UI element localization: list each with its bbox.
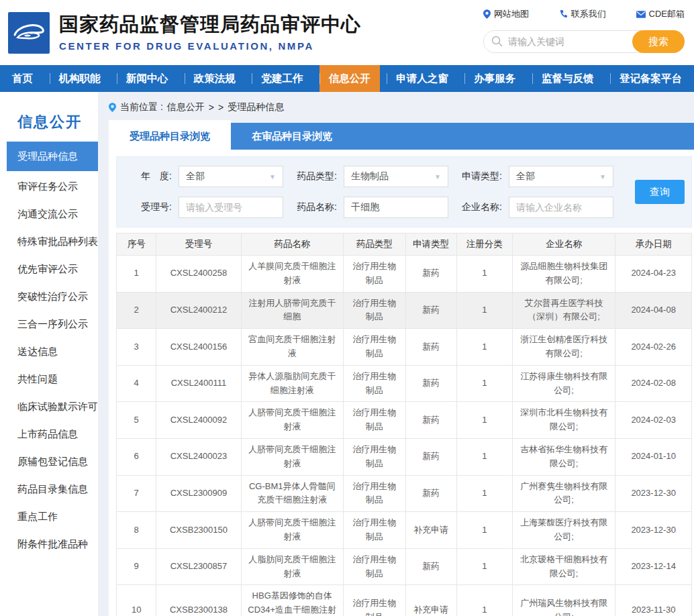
cell-apply_type: 新药 <box>405 548 456 585</box>
col-header-apply_type: 申请类型 <box>405 234 456 256</box>
col-header-company: 企业名称 <box>513 234 615 256</box>
sidebar-item-key-work[interactable]: 重点工作 <box>0 503 98 530</box>
acceptance-no-label: 受理号: <box>128 201 172 213</box>
cell-date: 2023-12-14 <box>615 548 692 585</box>
breadcrumb-separator2: > <box>218 102 224 113</box>
cell-drug_name: 注射用人脐带间充质干细胞 <box>241 292 343 329</box>
sidebar-item-clinical-trial-implied-license[interactable]: 临床试验默示许可 <box>0 393 98 420</box>
cell-drug_name: 人脐带间充质干细胞注射液 <box>241 438 343 475</box>
sidebar-item-marketed-drugs[interactable]: 上市药品信息 <box>0 420 98 448</box>
cell-apply_type: 新药 <box>405 475 456 512</box>
nav-item-supervision-feedback[interactable]: 监督与反馈 <box>532 65 603 92</box>
cell-reg_class: 1 <box>456 256 512 293</box>
sidebar-item-drug-catalog[interactable]: 药品目录集信息 <box>0 475 98 503</box>
breadcrumb-current: 受理品种信息 <box>228 101 284 113</box>
cell-acceptance_no: CXSL2300909 <box>156 475 241 512</box>
cell-acceptance_no: CXSL2400092 <box>156 402 241 439</box>
acceptance-no-input[interactable] <box>179 197 283 218</box>
cell-acceptance_no: CXSL2400111 <box>156 365 241 402</box>
sidebar-item-breakthrough-therapy[interactable]: 突破性治疗公示 <box>0 283 98 310</box>
sidebar-item-review-tasks[interactable]: 审评任务公示 <box>0 172 98 200</box>
sidebar-item-conditional-approval[interactable]: 附条件批准品种 <box>0 530 98 558</box>
breadcrumb-separator: > <box>209 102 214 113</box>
sidebar-item-common-issues[interactable]: 共性问题 <box>0 365 98 393</box>
header-right: 网站地图 联系我们 CDE邮箱 搜索 <box>483 8 685 53</box>
cell-drug_type: 治疗用生物制品 <box>343 585 405 616</box>
cell-apply_type: 新药 <box>405 365 456 402</box>
nav-item-home[interactable]: 首页 <box>3 65 42 92</box>
sidebar-item-special-approval-list[interactable]: 特殊审批品种列表 <box>0 227 98 255</box>
cell-apply_type: 新药 <box>405 402 456 439</box>
filter-grid: 年 度: 全部 ▼ 药品类型: 生物制品 ▼ 申请类型: 全部 <box>128 166 613 218</box>
search-button[interactable]: 搜索 <box>632 30 685 53</box>
tab-under-review-catalog[interactable]: 在审品种目录浏览 <box>231 123 353 150</box>
cell-drug_name: 异体人源脂肪间充质干细胞注射液 <box>241 365 343 402</box>
breadcrumb-section[interactable]: 信息公开 <box>167 101 205 113</box>
cde-mail-link[interactable]: CDE邮箱 <box>636 8 685 20</box>
query-button[interactable]: 查询 <box>635 180 685 204</box>
sitemap-label: 网站地图 <box>494 8 529 20</box>
drug-type-select[interactable]: 生物制品 ▼ <box>344 166 448 187</box>
breadcrumb-pin-icon <box>109 103 116 112</box>
nav-item-party-building[interactable]: 党建工作 <box>252 65 312 92</box>
content-panel: 受理品种目录浏览 在审品种目录浏览 年 度: 全部 ▼ 药品类型: 生物制品 <box>109 123 694 616</box>
nav-item-news[interactable]: 新闻中心 <box>117 65 177 92</box>
col-header-acceptance_no: 受理号 <box>156 234 241 256</box>
cell-apply_type: 新药 <box>405 292 456 329</box>
cell-seq: 9 <box>117 548 156 585</box>
nav-item-registration-platform[interactable]: 登记备案平台 <box>610 65 691 92</box>
company-input[interactable] <box>509 197 613 218</box>
site-header: 国家药品监督管理局药品审评中心 CENTER FOR DRUG EVALUATI… <box>0 0 694 65</box>
nav-item-policies[interactable]: 政策法规 <box>185 65 245 92</box>
sidebar-item-raw-material-registration[interactable]: 原辅包登记信息 <box>0 448 98 475</box>
cell-reg_class: 1 <box>456 512 512 549</box>
cell-drug_name: 人脂肪间充质干细胞注射液 <box>241 548 343 585</box>
nav-item-services[interactable]: 办事服务 <box>464 65 525 92</box>
cell-seq: 6 <box>117 438 156 475</box>
cell-drug_type: 治疗用生物制品 <box>343 548 405 585</box>
cell-company: 江苏得康生物科技有限公司; <box>513 365 615 402</box>
cell-drug_type: 治疗用生物制品 <box>343 402 405 439</box>
cell-apply_type: 新药 <box>405 329 456 366</box>
cell-date: 2023-12-30 <box>615 475 692 512</box>
year-select[interactable]: 全部 ▼ <box>179 166 283 187</box>
mail-icon <box>636 11 646 18</box>
drug-name-input[interactable] <box>344 197 448 218</box>
table-row: 2CXSL2400212注射用人脐带间充质干细胞治疗用生物制品新药1艾尔普再生医… <box>117 292 692 329</box>
cell-company: 深圳市北科生物科技有限公司; <box>513 402 615 439</box>
year-value: 全部 <box>186 170 205 183</box>
cell-reg_class: 1 <box>456 548 512 585</box>
chevron-down-icon: ▼ <box>599 173 606 181</box>
sidebar-item-priority-review[interactable]: 优先审评公示 <box>0 255 98 283</box>
sidebar-item-delivery-info[interactable]: 送达信息 <box>0 338 98 365</box>
col-header-reg_class: 注册分类 <box>456 234 512 256</box>
sidebar-title: 信息公开 <box>17 112 98 132</box>
cell-reg_class: 1 <box>456 438 512 475</box>
cell-company: 浙江生创精准医疗科技有限公司; <box>513 329 615 366</box>
cell-apply_type: 新药 <box>405 256 456 293</box>
table-row: 4CXSL2400111异体人源脂肪间充质干细胞注射液治疗用生物制品新药1江苏得… <box>117 365 692 402</box>
contact-link[interactable]: 联系我们 <box>559 8 606 20</box>
apply-type-label: 申请类型: <box>455 170 502 183</box>
cell-reg_class: 1 <box>456 329 512 366</box>
page: 国家药品监督管理局药品审评中心 CENTER FOR DRUG EVALUATI… <box>0 0 694 616</box>
sidebar-item-communication[interactable]: 沟通交流公示 <box>0 200 98 227</box>
sitemap-link[interactable]: 网站地图 <box>483 8 529 20</box>
tab-accepted-catalog[interactable]: 受理品种目录浏览 <box>109 120 231 150</box>
sidebar-item-three-in-one[interactable]: 三合一序列公示 <box>0 310 98 338</box>
apply-type-select[interactable]: 全部 ▼ <box>509 166 613 187</box>
table-body: 1CXSL2400258人羊膜间充质干细胞注射液治疗用生物制品新药1源品细胞生物… <box>117 256 692 616</box>
drug-name-label: 药品名称: <box>290 201 337 213</box>
table-row: 6CXSL2400023人脐带间充质干细胞注射液治疗用生物制品新药1吉林省拓华生… <box>117 438 692 475</box>
sidebar-item-accepted-varieties[interactable]: 受理品种信息 <box>7 142 98 171</box>
nav-item-applicant-window[interactable]: 申请人之窗 <box>387 65 458 92</box>
contact-label: 联系我们 <box>571 8 606 20</box>
col-header-date: 承办日期 <box>615 234 692 256</box>
cell-date: 2024-02-26 <box>615 329 692 366</box>
nav-item-functions[interactable]: 机构职能 <box>50 65 110 92</box>
cell-drug_type: 治疗用生物制品 <box>343 292 405 329</box>
nav-item-info-disclosure[interactable]: 信息公开 <box>319 65 380 92</box>
table-row: 10CXSB2300138HBG基因修饰的自体CD34+造血干细胞注射液治疗用生… <box>117 585 692 616</box>
cell-drug_type: 治疗用生物制品 <box>343 256 405 293</box>
cell-date: 2024-04-08 <box>615 292 692 329</box>
